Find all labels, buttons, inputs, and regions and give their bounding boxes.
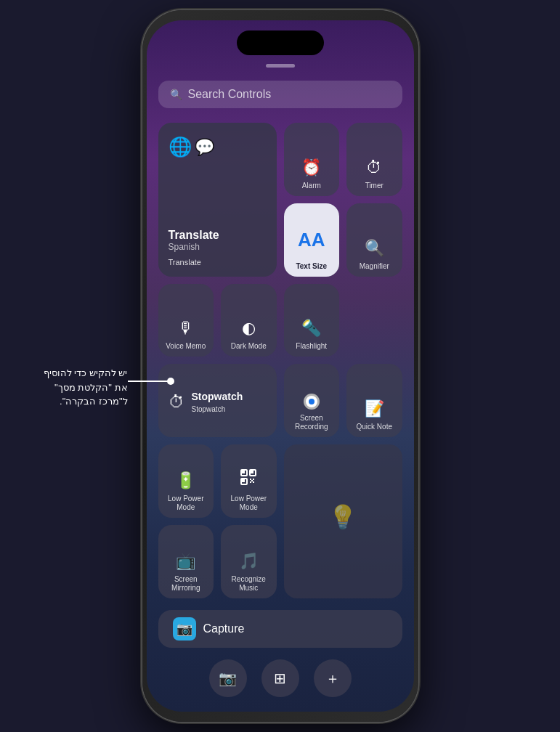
- add-icon: ＋: [325, 669, 340, 688]
- svg-rect-9: [253, 481, 254, 483]
- annotation-line3: ל"מרכז הבקרה".: [60, 396, 127, 407]
- svg-rect-10: [251, 480, 253, 481]
- low-power-control[interactable]: 🔋 Low Power Mode: [158, 444, 214, 518]
- svg-rect-8: [250, 481, 251, 483]
- annotation-dot-connector: [167, 378, 174, 385]
- svg-rect-3: [251, 471, 253, 473]
- recognize-music-label: Recognize Music: [225, 575, 272, 593]
- svg-rect-5: [242, 479, 245, 482]
- camera-bottom-button[interactable]: 📷: [209, 659, 247, 697]
- screen-mirroring-icon: 📺: [176, 552, 195, 571]
- phone-screen: 🔍 Search Controls 🌐 💬 Translate Spanish: [147, 20, 414, 712]
- voice-memo-icon: 🎙: [178, 319, 194, 338]
- quick-note-control[interactable]: 📝 Quick Note: [346, 364, 402, 437]
- screen-rec-dot-inner: [309, 399, 315, 404]
- bottom-icons-row: 📷 ⊞ ＋: [158, 659, 402, 697]
- recognize-music-icon: 🎵: [239, 552, 259, 571]
- low-power-icon: 🔋: [176, 471, 195, 490]
- screen-mirroring-label: Screen Mirroring: [163, 575, 210, 593]
- quick-note-label: Quick Note: [357, 423, 392, 431]
- scan-code-icon: [240, 468, 257, 490]
- svg-rect-1: [242, 471, 245, 473]
- screen-content: 🔍 Search Controls 🌐 💬 Translate Spanish: [147, 20, 414, 712]
- magnifier-label: Magnifier: [360, 262, 389, 271]
- alarm-control[interactable]: ⏰ Alarm: [284, 123, 340, 196]
- translate-control[interactable]: 🌐 💬 Translate Spanish Translate: [158, 123, 277, 277]
- add-bottom-button[interactable]: ＋: [314, 659, 352, 697]
- annotation-line2: את "הקלטת מסך": [54, 382, 127, 393]
- flashlight-control[interactable]: 🔦 Flashlight: [284, 284, 340, 357]
- drag-handle: [266, 64, 295, 68]
- screen-rec-dot: [304, 394, 320, 410]
- translate-bottom: Translate: [169, 258, 201, 267]
- alarm-icon: ⏰: [301, 158, 321, 177]
- annotation-line-connector: [128, 381, 171, 382]
- timer-icon: ⏱: [366, 158, 382, 177]
- translate-icon: 🌐: [169, 136, 192, 158]
- search-placeholder: Search Controls: [188, 88, 272, 101]
- recognize-music-control[interactable]: 🎵 Recognize Music: [221, 525, 277, 598]
- flashlight-icon: 🔦: [301, 319, 321, 338]
- dark-mode-control[interactable]: ◐ Dark Mode: [221, 284, 277, 357]
- scene-accessory-control[interactable]: 💡: [284, 444, 402, 598]
- capture-control[interactable]: 📷 Capture: [158, 610, 402, 648]
- voice-memo-label: Voice Memo: [166, 342, 206, 351]
- search-bar[interactable]: 🔍 Search Controls: [158, 81, 402, 108]
- stopwatch-label-sub: Stopwatch: [192, 405, 243, 414]
- dark-mode-label: Dark Mode: [231, 342, 267, 351]
- scan-code-label: Low Power Mode: [225, 495, 272, 512]
- dark-mode-icon: ◐: [242, 319, 256, 338]
- screen-recording-label: Screen Recording: [288, 414, 336, 431]
- text-size-control[interactable]: AA Text Size: [284, 203, 340, 277]
- qr-bottom-button[interactable]: ⊞: [261, 659, 299, 697]
- timer-control[interactable]: ⏱ Timer: [346, 123, 402, 196]
- phone-frame: 🔍 Search Controls 🌐 💬 Translate Spanish: [142, 10, 418, 722]
- alarm-label: Alarm: [302, 182, 321, 190]
- camera-icon: 📷: [219, 670, 237, 687]
- translate-icon2: 💬: [195, 138, 214, 157]
- capture-label: Capture: [203, 622, 245, 635]
- annotation-text: יש להקיש כדי להוסיף את "הקלטת מסך" ל"מרכ…: [44, 366, 128, 409]
- annotation-line1: יש להקיש כדי להוסיף: [44, 367, 128, 378]
- svg-rect-7: [253, 479, 254, 480]
- stopwatch-icon: ⏱: [169, 393, 184, 412]
- screen-mirroring-control[interactable]: 📺 Screen Mirroring: [158, 525, 214, 598]
- phone-container: 🔍 Search Controls 🌐 💬 Translate Spanish: [142, 10, 418, 722]
- magnifier-icon: 🔍: [365, 239, 384, 258]
- scan-code-control[interactable]: Low Power Mode: [221, 444, 277, 518]
- annotation: יש להקיש כדי להוסיף את "הקלטת מסך" ל"מרכ…: [0, 366, 128, 409]
- low-power-label: Low Power Mode: [163, 495, 210, 512]
- translate-main-label: Translate: [169, 229, 219, 242]
- text-size-label: Text Size: [296, 262, 327, 271]
- svg-rect-6: [250, 479, 251, 480]
- voice-memo-control[interactable]: 🎙 Voice Memo: [158, 284, 214, 357]
- stopwatch-control[interactable]: ⏱ Stopwatch Stopwatch: [158, 364, 277, 437]
- translate-sub-label: Spanish: [169, 242, 219, 252]
- capture-icon: 📷: [173, 617, 196, 640]
- scene-icon: 💡: [328, 503, 357, 531]
- search-icon: 🔍: [170, 89, 182, 100]
- quick-note-icon: 📝: [365, 399, 384, 418]
- screen-recording-control[interactable]: Screen Recording: [284, 364, 340, 437]
- timer-label: Timer: [365, 182, 384, 190]
- dynamic-island: [237, 30, 324, 55]
- controls-grid: 🌐 💬 Translate Spanish Translate ⏰ Alarm: [158, 123, 402, 598]
- bottom-bar: 📷 Capture: [158, 610, 402, 648]
- text-size-icon: AA: [298, 229, 325, 251]
- qr-icon: ⊞: [274, 670, 286, 687]
- flashlight-label: Flashlight: [296, 342, 327, 351]
- magnifier-control[interactable]: 🔍 Magnifier: [346, 203, 402, 277]
- stopwatch-label-main: Stopwatch: [192, 391, 243, 402]
